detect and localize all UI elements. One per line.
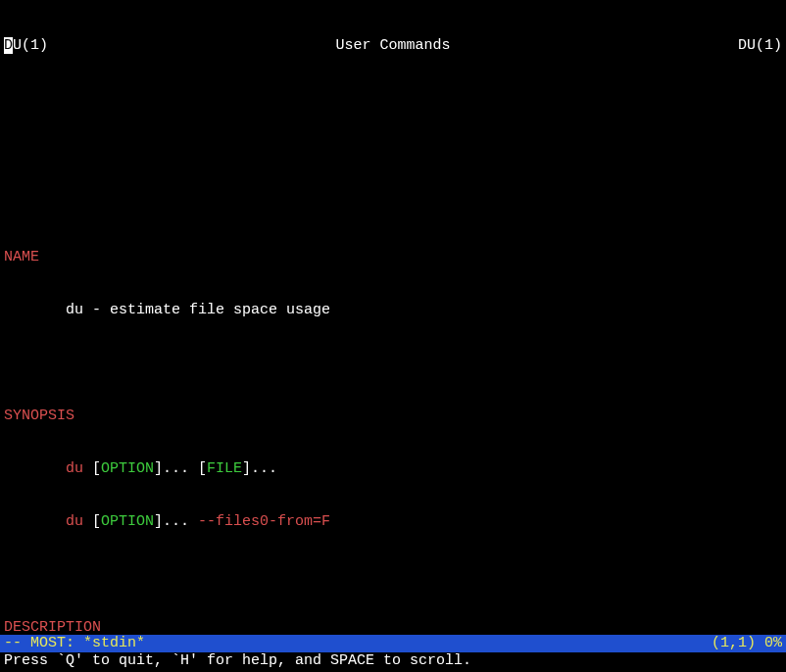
synopsis-line-1: du [OPTION]... [FILE]... <box>4 460 782 478</box>
status-left: -- MOST: *stdin* <box>4 635 145 652</box>
name-text: du - estimate file space usage <box>4 302 782 319</box>
synopsis-line-2: du [OPTION]... --files0-from=F <box>4 513 782 531</box>
header-center: User Commands <box>335 37 450 55</box>
man-header: DU(1) User Commands DU(1) <box>4 37 782 55</box>
pager-hint-bar: Press `Q' to quit, `H' for help, and SPA… <box>0 652 786 670</box>
pager-status-bar: -- MOST: *stdin* (1,1) 0% <box>0 635 786 652</box>
section-name-heading: NAME <box>4 249 782 266</box>
cursor: D <box>4 37 13 54</box>
man-page-viewer[interactable]: DU(1) User Commands DU(1) NAME du - esti… <box>0 0 786 672</box>
status-right: (1,1) 0% <box>712 635 782 652</box>
header-left: DU(1) <box>4 37 48 55</box>
header-right: DU(1) <box>738 37 782 55</box>
section-synopsis-heading: SYNOPSIS <box>4 408 782 425</box>
